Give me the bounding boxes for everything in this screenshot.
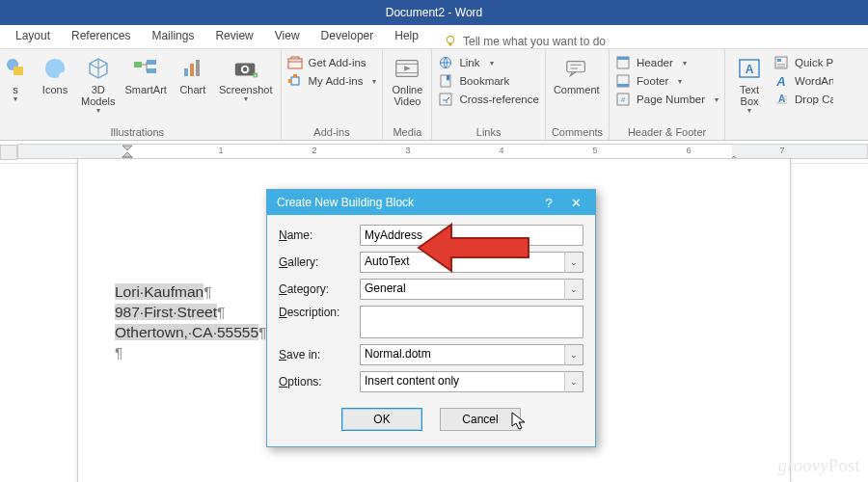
svg-point-12 [242, 67, 247, 72]
name-label: Name: [279, 228, 352, 242]
svg-rect-18 [293, 74, 297, 77]
svg-rect-5 [147, 60, 156, 65]
smartart-button[interactable]: SmartArt [122, 53, 168, 95]
svg-rect-22 [440, 94, 451, 105]
tab-help[interactable]: Help [385, 25, 428, 48]
savein-label: Save in: [279, 348, 352, 362]
svg-rect-23 [566, 62, 584, 72]
chevron-down-icon[interactable]: ⌄ [564, 344, 583, 365]
group-header-footer: Header ▾ Footer ▾ # Page Number ▾ [610, 49, 725, 140]
3d-models-button[interactable]: 3D Models ▾ [79, 53, 117, 116]
svg-rect-35 [777, 67, 785, 68]
cube-icon [85, 55, 112, 82]
options-combo[interactable]: Insert content only ⌄ [360, 371, 583, 392]
tell-me-search[interactable]: Tell me what you want to do [430, 35, 606, 48]
icons-button[interactable]: Icons [37, 53, 73, 95]
bookmark-button[interactable]: Bookmark [438, 73, 538, 89]
screenshot-button[interactable]: + Screenshot ▾ [217, 53, 275, 104]
svg-rect-17 [288, 79, 291, 83]
shapes-button[interactable]: s ▾ [0, 53, 31, 104]
wordart-button[interactable]: A WordArt [773, 73, 833, 89]
svg-rect-9 [196, 60, 200, 76]
svg-rect-27 [617, 84, 629, 87]
app-titlebar: Document2 - Word [0, 0, 868, 25]
link-button[interactable]: Link ▾ [438, 55, 538, 70]
video-icon [393, 55, 420, 82]
chevron-down-icon: ▾ [14, 95, 17, 104]
drop-cap-button[interactable]: A Drop Ca [773, 92, 833, 107]
svg-text:A: A [775, 74, 785, 89]
tab-review[interactable]: Review [205, 25, 262, 48]
dialog-titlebar[interactable]: Create New Building Block ? ✕ [267, 190, 595, 215]
chart-button[interactable]: Chart [175, 53, 211, 95]
svg-rect-8 [190, 64, 194, 76]
tab-references[interactable]: References [62, 25, 140, 48]
description-input[interactable] [360, 306, 583, 338]
document-text[interactable]: Lori·Kaufman¶ 987·First·Street¶ Othertow… [115, 282, 266, 363]
chevron-down-icon: ▾ [372, 77, 376, 86]
ribbon-tabs: Layout References Mailings Review View D… [0, 25, 868, 48]
shapes-icon [2, 55, 29, 82]
app-title: Document2 - Word [386, 6, 482, 19]
cancel-button[interactable]: Cancel [440, 408, 521, 431]
svg-rect-4 [134, 62, 142, 67]
svg-rect-7 [184, 68, 188, 76]
chevron-down-icon[interactable]: ⌄ [564, 252, 583, 273]
tab-mailings[interactable]: Mailings [142, 25, 203, 48]
tell-me-placeholder: Tell me what you want to do [463, 35, 606, 48]
sticker-icon [41, 55, 68, 82]
tab-view[interactable]: View [265, 25, 310, 48]
text-box-button[interactable]: A Text Box ▾ [731, 53, 768, 116]
group-comments: Comment Comments [546, 49, 610, 140]
group-label-text [731, 125, 833, 139]
group-label-illustrations: Illustrations [0, 125, 275, 139]
svg-rect-16 [291, 77, 299, 85]
group-label-hf: Header & Footer [615, 125, 719, 139]
gallery-combo[interactable]: AutoText ⌄ [360, 252, 583, 273]
chevron-down-icon: ▾ [490, 59, 494, 67]
chevron-down-icon: ▾ [244, 95, 248, 104]
chevron-down-icon: ▾ [747, 107, 751, 116]
camera-icon: + [232, 55, 259, 82]
svg-text:A: A [746, 63, 754, 76]
group-media: Online Video Media [383, 49, 432, 140]
cross-reference-button[interactable]: Cross-reference [438, 92, 538, 107]
chevron-down-icon[interactable]: ⌄ [564, 279, 583, 300]
comment-button[interactable]: Comment [552, 53, 602, 95]
chevron-down-icon: ▾ [96, 107, 100, 116]
help-button[interactable]: ? [535, 196, 562, 210]
wordart-icon: A [773, 73, 789, 89]
quick-parts-button[interactable]: Quick Pa [773, 55, 833, 70]
chevron-down-icon[interactable]: ⌄ [564, 371, 583, 392]
svg-rect-25 [617, 57, 629, 60]
header-button[interactable]: Header ▾ [615, 55, 719, 70]
savein-combo[interactable]: Normal.dotm ⌄ [360, 344, 583, 365]
bookmark-icon [438, 73, 453, 89]
gallery-label: Gallery: [279, 255, 352, 269]
close-button[interactable]: ✕ [562, 196, 589, 210]
group-label-media: Media [389, 125, 425, 139]
page-number-button[interactable]: # Page Number ▾ [615, 92, 719, 107]
get-addins-button[interactable]: Get Add-ins [287, 55, 377, 70]
drop-cap-icon: A [773, 92, 789, 107]
my-addins-button[interactable]: My Add-ins ▾ [287, 73, 377, 89]
group-label-comments: Comments [552, 125, 603, 139]
svg-rect-34 [777, 64, 785, 66]
online-video-button[interactable]: Online Video [389, 53, 425, 107]
svg-rect-6 [147, 68, 156, 73]
tab-developer[interactable]: Developer [312, 25, 384, 48]
chevron-down-icon: ▾ [678, 77, 682, 86]
category-combo[interactable]: General ⌄ [360, 279, 583, 300]
cursor-icon [511, 412, 529, 431]
name-input[interactable] [360, 225, 583, 246]
create-building-block-dialog: Create New Building Block ? ✕ Name: Gall… [266, 189, 596, 447]
indent-markers-icon[interactable] [122, 142, 131, 151]
tab-layout[interactable]: Layout [6, 25, 60, 48]
footer-button[interactable]: Footer ▾ [615, 73, 719, 89]
dialog-title: Create New Building Block [277, 196, 535, 209]
addins-icon [287, 73, 303, 89]
ok-button[interactable]: OK [341, 408, 422, 431]
svg-point-0 [447, 37, 453, 43]
svg-rect-33 [777, 59, 781, 62]
options-label: Options: [279, 375, 352, 388]
